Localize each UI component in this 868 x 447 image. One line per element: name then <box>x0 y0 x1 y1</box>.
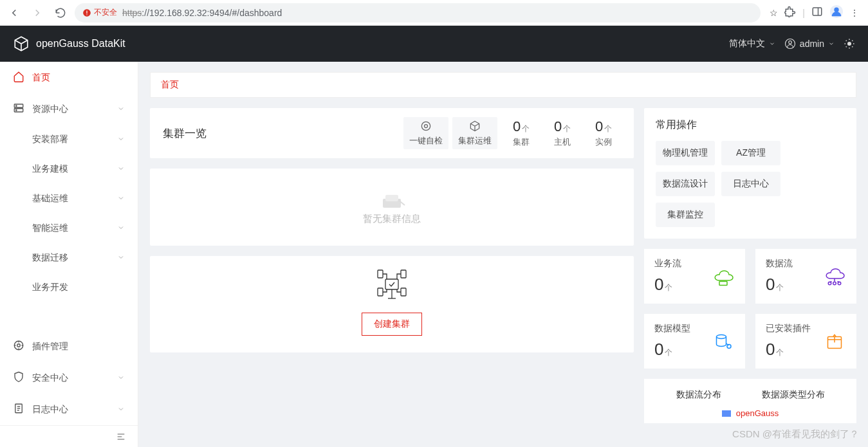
svg-rect-3 <box>813 8 822 15</box>
svg-point-46 <box>717 334 726 338</box>
reload-button[interactable] <box>51 4 69 22</box>
create-cluster-card: 创建集群 <box>150 256 634 352</box>
svg-rect-34 <box>385 195 398 201</box>
user-menu[interactable]: admin <box>784 38 835 50</box>
home-icon <box>13 71 24 84</box>
sidebar-item-5[interactable]: 智能运维 <box>0 214 138 243</box>
svg-point-9 <box>847 42 851 46</box>
svg-rect-38 <box>401 288 406 296</box>
svg-point-6 <box>834 8 838 12</box>
stat-实例: 0个实例 <box>586 118 621 148</box>
log-icon <box>13 403 24 416</box>
svg-line-13 <box>852 46 853 47</box>
legend-label: openGauss <box>736 408 779 418</box>
sidebar-item-label: 首页 <box>32 72 50 84</box>
breadcrumb: 首页 <box>150 72 856 98</box>
language-switcher[interactable]: 简体中文 <box>729 38 775 50</box>
svg-point-31 <box>421 122 430 130</box>
chevron-down-icon <box>117 405 125 415</box>
svg-rect-35 <box>378 270 383 278</box>
stat-集群: 0个集群 <box>504 118 539 148</box>
sidebar-item-label: 基础运维 <box>32 193 68 205</box>
chevron-down-icon <box>117 104 125 114</box>
theme-toggle[interactable] <box>844 38 855 50</box>
url-text: https://192.168.92.32:9494/#/dashboard <box>122 8 282 18</box>
forward-button[interactable] <box>28 4 46 22</box>
cluster-diagram-icon <box>371 268 412 304</box>
chevron-down-icon <box>117 164 125 174</box>
main-content: 首页 集群一览 一键自检 集群运维 0个集群0个主机0个实例 <box>138 62 868 447</box>
distribution-card: 数据流分布 数据源类型分布 openGauss <box>644 379 856 423</box>
profile-icon[interactable] <box>829 5 844 21</box>
ops-button[interactable]: 日志中心 <box>721 172 780 196</box>
ops-button[interactable]: 集群监控 <box>656 203 715 227</box>
cluster-ops-button[interactable]: 集群运维 <box>452 117 497 149</box>
sun-icon <box>844 38 855 50</box>
sidebar-item-1[interactable]: 资源中心 <box>0 93 138 125</box>
browser-toolbar: 不安全 https://192.168.92.32:9494/#/dashboa… <box>0 0 868 26</box>
mini-card-业务流[interactable]: 业务流0个 <box>644 249 745 304</box>
sidebar-item-2[interactable]: 日志中心 <box>0 394 138 425</box>
sidebar-item-label: 智能运维 <box>32 223 68 234</box>
sidebar-item-6[interactable]: 数据迁移 <box>0 243 138 273</box>
svg-point-44 <box>833 282 836 285</box>
sidepanel-icon[interactable] <box>811 6 823 19</box>
sidebar-item-0[interactable]: 插件管理 <box>0 331 138 362</box>
shield-icon <box>13 371 24 385</box>
create-cluster-button[interactable]: 创建集群 <box>362 313 422 336</box>
user-icon <box>784 38 796 50</box>
cluster-overview-card: 集群一览 一键自检 集群运维 0个集群0个主机0个实例 <box>150 108 634 158</box>
address-bar[interactable]: 不安全 https://192.168.92.32:9494/#/dashboa… <box>75 3 761 23</box>
svg-line-16 <box>846 46 847 47</box>
sidebar-item-label: 安全中心 <box>32 372 68 384</box>
svg-line-12 <box>846 41 847 41</box>
sidebar-item-label: 业务开发 <box>32 282 68 293</box>
sidebar-item-label: 插件管理 <box>32 341 68 352</box>
sidebar-collapse[interactable] <box>0 425 138 447</box>
extensions-icon[interactable] <box>784 6 796 19</box>
self-check-button[interactable]: 一键自检 <box>403 117 448 149</box>
sidebar-item-label: 数据迁移 <box>32 252 68 264</box>
svg-point-20 <box>16 105 17 107</box>
svg-rect-42 <box>719 281 727 285</box>
common-ops-card: 常用操作 物理机管理AZ管理数据流设计日志中心集群监控 <box>644 108 856 239</box>
sidebar-item-4[interactable]: 基础运维 <box>0 184 138 214</box>
svg-rect-1 <box>86 10 87 14</box>
sidebar-item-3[interactable]: 业务建模 <box>0 154 138 184</box>
dist-tab-source[interactable]: 数据源类型分布 <box>762 389 825 401</box>
sidebar-item-label: 安装部署 <box>32 134 68 145</box>
sidebar-item-2[interactable]: 安装部署 <box>0 125 138 154</box>
svg-rect-2 <box>86 14 87 15</box>
mini-card-数据流[interactable]: 数据流0个 <box>755 249 856 304</box>
menu-icon[interactable]: ⋮ <box>850 8 859 18</box>
svg-line-17 <box>852 41 853 41</box>
sidebar-item-label: 日志中心 <box>32 404 68 415</box>
ops-button[interactable]: AZ管理 <box>721 141 780 165</box>
svg-point-21 <box>16 110 17 111</box>
svg-rect-39 <box>385 279 398 289</box>
mini-card-已安装插件[interactable]: 已安装插件0个 <box>755 314 856 369</box>
legend-swatch <box>722 410 731 417</box>
chevron-down-icon <box>769 41 775 47</box>
cube-icon <box>468 120 481 132</box>
server-icon <box>13 102 24 116</box>
ops-button[interactable]: 数据流设计 <box>656 172 715 196</box>
back-button[interactable] <box>5 4 23 22</box>
sidebar-item-0[interactable]: 首页 <box>0 62 138 93</box>
dist-tab-flow[interactable]: 数据流分布 <box>676 389 721 401</box>
chevron-down-icon <box>117 134 125 145</box>
empty-icon <box>376 190 407 213</box>
svg-point-8 <box>789 41 792 44</box>
collapse-icon <box>116 432 126 442</box>
svg-rect-37 <box>378 288 383 296</box>
star-icon[interactable]: ☆ <box>770 8 778 18</box>
sidebar-item-label: 资源中心 <box>32 104 68 115</box>
stat-主机: 0个主机 <box>545 118 580 148</box>
chevron-down-icon <box>117 253 125 263</box>
sidebar-item-1[interactable]: 安全中心 <box>0 362 138 394</box>
chevron-down-icon <box>117 223 125 233</box>
mini-card-数据模型[interactable]: 数据模型0个 <box>644 314 745 369</box>
insecure-badge: 不安全 <box>82 7 117 18</box>
sidebar-item-7[interactable]: 业务开发 <box>0 273 138 302</box>
ops-button[interactable]: 物理机管理 <box>656 141 715 165</box>
